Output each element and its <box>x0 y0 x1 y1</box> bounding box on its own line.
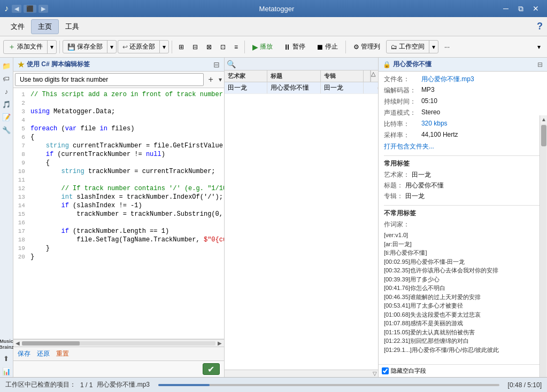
workspace-dropdown[interactable]: ▾ <box>429 42 438 52</box>
script-add-button[interactable]: + <box>205 73 217 87</box>
sep-1 <box>59 41 60 53</box>
view-mode-3[interactable]: ⊠ <box>203 41 215 53</box>
editor-footer: 保存 还原 重置 <box>13 347 224 360</box>
common-tags-header: 常用标签 <box>384 155 542 168</box>
restore-icon: ↩ <box>122 43 128 51</box>
search-icon[interactable]: 🔍 <box>227 60 236 68</box>
lyric-line-10: [01:07.88]感情不是美丽的游戏 <box>384 319 542 328</box>
main-area: 📁 🏷 ♪ 🎵 📝 🔧 MusicBrainz ⬆ 📊 ★ 使用 C# 脚本编辑… <box>0 58 547 377</box>
view-mode-2[interactable]: ⊟ <box>189 41 202 53</box>
view-mode-5[interactable]: ≡ <box>230 41 242 53</box>
save-dropdown[interactable]: ▾ <box>107 42 116 52</box>
menu-tools[interactable]: 工具 <box>59 20 86 34</box>
right-scroll: ▲ ▼ <box>540 115 547 377</box>
col-scroll-up[interactable]: △ <box>371 70 378 82</box>
lyric-line-5: [00:39.39]用了多少心 <box>384 275 542 284</box>
right-scroll-up[interactable]: ▲ <box>540 115 547 123</box>
prop-bitrate: 比特率： 320 kbps <box>384 120 542 129</box>
prop-mode: 声道模式： Stereo <box>384 108 542 117</box>
row-album: 田一龙 <box>321 82 364 93</box>
menu-home[interactable]: 主页 <box>31 19 59 34</box>
script-name-input[interactable] <box>15 73 204 86</box>
prop-open-folder[interactable]: 打开包含文件夹... <box>384 142 542 151</box>
code-line-12: 12 // If track number contains '/' (e.g.… <box>13 184 224 193</box>
run-button[interactable]: ✔ <box>203 363 220 375</box>
code-line-7: 7 string currentTrackNumber = file.GetFi… <box>13 142 224 150</box>
lyric-line-7: [00:46.35]谁能解的过上天对爱的安排 <box>384 293 542 302</box>
save-icon: 💾 <box>67 43 75 51</box>
workspace-button[interactable]: 🗂 工作空间 <box>387 41 429 53</box>
reset-link[interactable]: 重置 <box>56 349 69 358</box>
code-h-scroll[interactable]: ◀ ▶ <box>13 339 224 347</box>
lyric-line-13: [01:29.1...]用心爱你不懂/用心/你忍/彼此彼此 <box>384 346 542 355</box>
help-button[interactable]: ? <box>537 21 543 32</box>
script-panel-close[interactable]: ⊟ <box>213 60 220 69</box>
sidebar-icon-7[interactable]: ⬆ <box>1 352 12 364</box>
properties-content: 文件名： 用心爱你不懂.mp3 编解码器： MP3 持续时间： 05:10 声道… <box>379 72 547 364</box>
titlebar-btn-1[interactable]: ◀ <box>12 5 21 13</box>
table-row[interactable]: 田一龙 用心爱你不懂 田一龙 <box>225 82 378 94</box>
manage-col-button[interactable]: ⚙ 管理列 <box>349 40 385 53</box>
restore-dropdown[interactable]: ▾ <box>160 42 168 52</box>
code-line-20: 20 } <box>13 253 224 261</box>
h-scroll-left[interactable]: ◀ <box>14 340 21 346</box>
titlebar-btn-3[interactable]: ▶ <box>38 5 48 13</box>
properties-pin[interactable]: ⊟ <box>537 61 543 68</box>
status-progress <box>158 384 499 386</box>
restore-button[interactable]: ↩ 还原全部 <box>118 41 160 53</box>
script-dropdown-button[interactable]: ▾ <box>217 74 224 85</box>
app-title: Metatogger <box>55 5 499 13</box>
restore-link[interactable]: 还原 <box>37 349 50 358</box>
code-line-10: 10 string trackNumber = currentTrackNumb… <box>13 167 224 176</box>
lyric-line-4: [00:32.35]也许你该用心去体会我对你的安排 <box>384 266 542 275</box>
properties-panel: 🔒 用心爱你不懂 ⊟ 文件名： 用心爱你不懂.mp3 编解码器： MP3 持续时… <box>379 58 547 377</box>
musicbrainz-icon[interactable]: MusicBrainz <box>1 338 12 351</box>
properties-header: 🔒 用心爱你不懂 ⊟ <box>379 58 547 72</box>
code-line-3: 3 using Metatogger.Data; <box>13 107 224 116</box>
hide-empty-checkbox[interactable] <box>382 367 389 374</box>
sidebar-icon-3[interactable]: ♪ <box>1 85 12 97</box>
menu-file[interactable]: 文件 <box>4 20 31 34</box>
pause-button[interactable]: ⏸ 暂停 <box>279 40 310 53</box>
code-line-11: 11 <box>13 176 224 184</box>
save-link[interactable]: 保存 <box>18 349 30 358</box>
lyric-line-9: [01:00.68]失去这段爱也不要太过悲哀 <box>384 310 542 319</box>
more-button[interactable]: ··· <box>440 41 454 53</box>
title-bar: ♪ ◀ ⬛ ▶ Metatogger ─ ⧉ ✕ <box>0 0 547 17</box>
row-artist: 田一龙 <box>225 82 267 93</box>
file-list-body[interactable]: 田一龙 用心爱你不懂 田一龙 <box>225 82 378 370</box>
status-progress-fill <box>158 384 210 386</box>
sidebar-icon-8[interactable]: 📊 <box>1 365 12 377</box>
code-line-8: 8 if (currentTrackNumber != null) <box>13 150 224 159</box>
file-list-down-arrow[interactable]: ▽ <box>373 371 378 377</box>
maximize-button[interactable]: ⧉ <box>514 3 528 14</box>
view-mode-1[interactable]: ⊞ <box>175 41 188 53</box>
script-star-icon: ★ <box>18 60 25 69</box>
sidebar-icon-4[interactable]: 🎵 <box>1 98 12 110</box>
stop-button[interactable]: ⏹ 停止 <box>311 40 343 53</box>
h-scroll-right[interactable]: ▶ <box>217 340 223 346</box>
titlebar-btn-2[interactable]: ⬛ <box>24 5 36 13</box>
play-button[interactable]: ▶ 播放 <box>248 40 278 53</box>
right-scroll-thumb[interactable] <box>541 125 546 146</box>
sidebar-left: 📁 🏷 ♪ 🎵 📝 🔧 MusicBrainz ⬆ 📊 <box>0 58 13 377</box>
add-file-button[interactable]: ＋ 添加文件 <box>4 41 48 53</box>
col-album: 专辑 <box>321 70 364 82</box>
add-file-dropdown[interactable]: ▾ <box>48 42 56 52</box>
code-line-17: 17 if (trackNumber.Length == 1) <box>13 227 224 236</box>
toolbar-expand-button[interactable]: ▾ <box>534 42 544 52</box>
lyric-line-3: [00:02.95]用心爱你不懂-田一龙 <box>384 257 542 266</box>
sidebar-icon-6[interactable]: 🔧 <box>1 124 12 136</box>
sidebar-icon-5[interactable]: 📝 <box>1 111 12 123</box>
sidebar-icon-2[interactable]: 🏷 <box>1 73 12 84</box>
tag-album: 专辑： 田一龙 <box>384 192 542 201</box>
sidebar-icon-1[interactable]: 📁 <box>1 60 12 72</box>
script-input-bar: + ▾ <box>13 72 224 88</box>
workspace-icon: 🗂 <box>391 43 397 51</box>
close-button[interactable]: ✕ <box>529 3 543 14</box>
code-editor[interactable]: 1 // This script add a zero in front of … <box>13 88 224 263</box>
add-icon: ＋ <box>8 42 16 52</box>
view-mode-4[interactable]: ⊡ <box>217 41 229 53</box>
save-all-button[interactable]: 💾 保存全部 <box>63 41 107 53</box>
minimize-button[interactable]: ─ <box>499 3 513 14</box>
